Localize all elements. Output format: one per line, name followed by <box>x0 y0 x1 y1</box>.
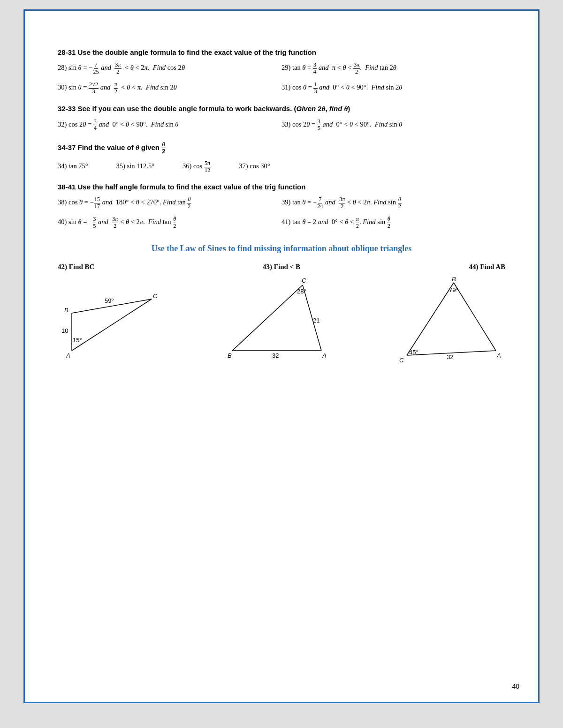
svg-text:C: C <box>153 293 158 300</box>
triangle-col-43: 43) Find < B B A C 28° 21 32 <box>207 263 356 360</box>
problems-row-38-39: 38) cos θ = −1517 and 180° < θ < 270°. F… <box>58 196 505 210</box>
section-34-37: 34-37 Find the value of θ given θ2 34) t… <box>58 141 505 173</box>
svg-text:28°: 28° <box>297 288 306 295</box>
svg-text:B: B <box>452 276 456 283</box>
svg-text:10: 10 <box>61 327 68 334</box>
label-43: 43) Find < B <box>263 263 300 271</box>
triangle-43-svg: B A C 28° 21 32 <box>228 276 335 360</box>
label-44: 44) Find AB <box>469 263 505 271</box>
svg-text:B: B <box>228 352 232 359</box>
svg-text:A: A <box>66 352 70 359</box>
problem-38: 38) cos θ = −1517 and 180° < θ < 270°. F… <box>58 196 282 210</box>
problem-31: 31) cos θ = 13 and 0° < θ < 90°. Find si… <box>282 82 505 95</box>
label-42: 42) Find BC <box>58 263 94 271</box>
problem-39: 39) tan θ = −724 and 3π2 < θ < 2π. Find … <box>282 196 505 210</box>
section-38-41: 38-41 Use the half angle formula to find… <box>58 183 505 230</box>
triangle-col-42: 42) Find BC A B C 59° 15° 10 <box>58 263 207 360</box>
triangle-col-44: 44) Find AB B C A 79° 45° 32 <box>356 263 505 365</box>
problem-35: 35) sin 112.5° <box>116 162 154 170</box>
problem-29: 29) tan θ = 34 and π < θ < 3π2. Find tan… <box>282 62 505 75</box>
problems-row-32-33: 32) cos 2θ = 34 and 0° < θ < 90°. Find s… <box>58 119 505 132</box>
svg-line-2 <box>72 299 152 351</box>
svg-text:A: A <box>496 352 501 359</box>
problem-40: 40) sin θ = −35 and 3π2 < θ < 2π. Find t… <box>58 216 282 229</box>
svg-text:C: C <box>399 357 404 364</box>
svg-text:21: 21 <box>313 317 320 324</box>
section-32-33: 32-33 See if you can use the double angl… <box>58 105 505 132</box>
problem-30: 30) sin θ = 2√23 and π2 < θ < π. Find si… <box>58 82 282 95</box>
section-32-33-title: 32-33 See if you can use the double angl… <box>58 105 505 113</box>
svg-text:B: B <box>64 307 68 314</box>
svg-text:32: 32 <box>447 353 453 360</box>
page-number: 40 <box>512 683 519 690</box>
svg-text:79°: 79° <box>449 286 458 293</box>
problems-row-34-37: 34) tan 75° 35) sin 112.5° 36) cos 5π12 … <box>58 160 505 173</box>
svg-text:32: 32 <box>272 352 279 359</box>
problem-34: 34) tan 75° <box>58 162 88 170</box>
svg-text:45°: 45° <box>409 349 418 356</box>
section-28-31: 28-31 Use the double angle formula to fi… <box>58 48 505 95</box>
svg-text:C: C <box>302 277 306 284</box>
problems-row-40-41: 40) sin θ = −35 and 3π2 < θ < 2π. Find t… <box>58 216 505 229</box>
svg-line-11 <box>232 285 303 351</box>
svg-text:A: A <box>322 352 327 359</box>
problem-28: 28) sin θ = −725 and 3π2 < θ < 2π. Find … <box>58 62 282 75</box>
problem-41: 41) tan θ = 2 and 0° < θ < π2. Find sin … <box>282 216 505 229</box>
problem-33: 33) cos 2θ = 35 and 0° < θ < 90°. Find s… <box>282 119 505 132</box>
section-38-41-title: 38-41 Use the half angle formula to find… <box>58 183 505 191</box>
svg-line-18 <box>407 283 454 355</box>
triangle-42-svg: A B C 59° 15° 10 <box>58 276 166 360</box>
triangle-44-svg: B C A 79° 45° 32 <box>397 276 505 365</box>
page: 28-31 Use the double angle formula to fi… <box>23 9 540 703</box>
svg-text:15°: 15° <box>73 337 82 344</box>
problems-row-30-31: 30) sin θ = 2√23 and π2 < θ < π. Find si… <box>58 82 505 95</box>
law-of-sines-title: Use the Law of Sines to find missing inf… <box>58 244 505 254</box>
problem-36: 36) cos 5π12 <box>183 160 211 173</box>
section-34-37-title: 34-37 Find the value of θ given θ2 <box>58 141 505 155</box>
problem-37: 37) cos 30° <box>239 162 270 170</box>
triangles-row: 42) Find BC A B C 59° 15° 10 43) Find < … <box>58 263 505 365</box>
section-28-31-title: 28-31 Use the double angle formula to fi… <box>58 48 505 56</box>
svg-line-19 <box>454 283 496 351</box>
problems-row-28-29: 28) sin θ = −725 and 3π2 < θ < 2π. Find … <box>58 62 505 75</box>
svg-text:59°: 59° <box>105 297 114 304</box>
problem-32: 32) cos 2θ = 34 and 0° < θ < 90°. Find s… <box>58 119 282 132</box>
